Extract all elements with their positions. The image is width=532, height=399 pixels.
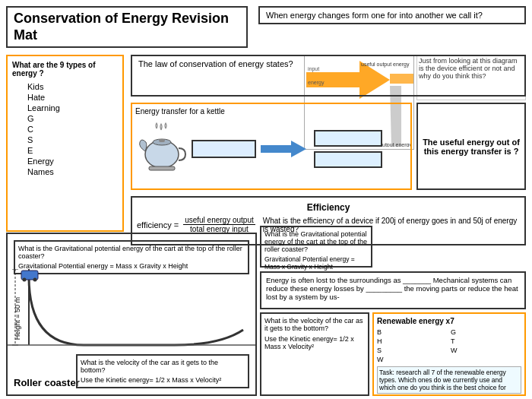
renewable-task-text: Task: research all 7 of the renewable en… xyxy=(379,369,506,391)
input-box-area xyxy=(192,140,256,158)
mnemonic-learning: Learning xyxy=(27,103,118,112)
mnemonic-hate: Hate xyxy=(27,93,118,102)
renewable-g: G xyxy=(451,328,521,336)
efficiency-numerator: useful energy output xyxy=(183,216,255,225)
renewable-h: H xyxy=(377,337,448,345)
gpe-display-box: What is the Gravitational potential ener… xyxy=(260,226,372,268)
velocity-question-box: What is the velocity of the car as it ge… xyxy=(76,354,249,388)
kettle-icon xyxy=(135,122,188,176)
mnemonic-kids: Kids xyxy=(27,82,118,91)
efficiency-fraction: useful energy output total energy input xyxy=(183,216,255,233)
velocity-question-bottom: What is the velocity of the car as it ge… xyxy=(264,317,365,332)
mnemonic-s: S xyxy=(27,135,118,144)
arrow-icon xyxy=(261,138,306,160)
mnemonics-list: Kids Hate Learning G C S E Energy Names xyxy=(27,82,118,176)
renewable-w2: W xyxy=(377,356,448,363)
svg-marker-11 xyxy=(261,141,306,157)
renewable-s: S xyxy=(377,347,448,354)
energy-change-box: When energy changes form one for into an… xyxy=(258,6,526,24)
renewable-title: Renewable energy x7 xyxy=(377,317,521,325)
svg-rect-9 xyxy=(159,139,165,142)
conservation-law-question: The law of conservation of energy states… xyxy=(138,59,293,68)
height-label: Height = 50 m xyxy=(14,297,21,340)
roller-coaster-area: What is the Gravitational potential ener… xyxy=(6,233,257,396)
efficiency-formula-area: efficiency = useful energy output total … xyxy=(137,216,255,233)
energy-change-question: When energy changes form one for into an… xyxy=(266,11,483,20)
gpe-formula-short: Gravitational Potential energy = Mass x … xyxy=(264,255,368,271)
renewable-task-box: Task: research all 7 of the renewable en… xyxy=(377,366,521,394)
mnemonic-energy: Energy xyxy=(27,157,118,166)
mnemonic-names: Names xyxy=(27,167,118,176)
mnemonic-g: G xyxy=(27,114,118,123)
gpe-question: What is the Gravitational potential ener… xyxy=(18,245,245,260)
renewable-b: B xyxy=(377,328,448,336)
velocity-formula: Use the Kinetic energy= 1/2 x Mass x Vel… xyxy=(81,376,245,384)
velocity-question-box-bottom: What is the velocity of the car as it ge… xyxy=(260,312,369,396)
energy-input-box[interactable] xyxy=(192,140,256,158)
svg-rect-10 xyxy=(149,166,175,170)
roller-coaster-svg xyxy=(8,269,257,356)
output-boxes xyxy=(314,130,382,168)
kettle-diagram xyxy=(135,119,407,179)
efficiency-prefix: efficiency = xyxy=(137,220,179,230)
title-box: Conservation of Energy Revision Mat xyxy=(6,6,248,48)
kettle-area: Energy transfer for a kettle xyxy=(131,103,412,190)
mnemonic-c: C xyxy=(27,125,118,134)
velocity-question: What is the velocity of the car as it ge… xyxy=(81,359,245,374)
renewable-w1: W xyxy=(451,347,521,354)
mnemonic-e: E xyxy=(27,146,118,155)
nine-types-question: What are the 9 types of energy ? xyxy=(12,61,118,78)
useful-energy-box: The useful energy out of this energy tra… xyxy=(416,103,526,190)
roller-coaster-label: Roller coaster xyxy=(14,377,80,388)
gpe-question-short: What is the Gravitational potential ener… xyxy=(264,230,368,253)
renewable-t: T xyxy=(451,337,521,345)
page-title: Conservation of Energy Revision Mat xyxy=(14,11,229,43)
nine-types-box: What are the 9 types of energy ? Kids Ha… xyxy=(6,55,124,232)
output-box-2[interactable] xyxy=(314,151,382,168)
output-box-1[interactable] xyxy=(314,130,382,147)
useful-energy-text: The useful energy out of this energy tra… xyxy=(423,138,520,156)
conservation-law-box: The law of conservation of energy states… xyxy=(131,55,526,97)
kettle-label: Energy transfer for a kettle xyxy=(135,107,407,116)
efficiency-title: Efficiency xyxy=(137,202,520,213)
svg-point-19 xyxy=(33,278,37,282)
energy-loss-text: Energy is often lost to the surroundings… xyxy=(266,276,518,301)
renewable-grid: B G H T S W W xyxy=(377,328,521,363)
velocity-formula-bottom: Use the Kinetic energy= 1/2 x Mass x Vel… xyxy=(264,335,365,350)
energy-loss-box: Energy is often lost to the surroundings… xyxy=(260,271,526,309)
svg-point-18 xyxy=(23,278,27,282)
renewable-energy-box: Renewable energy x7 B G H T S W W Task: … xyxy=(372,312,526,396)
